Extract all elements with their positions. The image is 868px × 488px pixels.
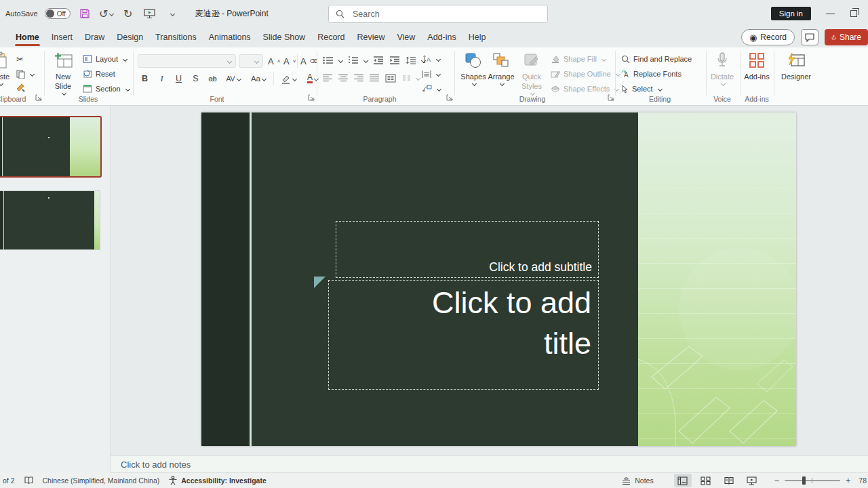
slide-show-view-button[interactable] (743, 474, 761, 487)
restore-button[interactable] (850, 10, 857, 17)
add-ins-button[interactable]: Add-ins (741, 50, 772, 82)
align-text-button[interactable] (422, 68, 440, 80)
arrange-button[interactable]: Arrange (486, 50, 517, 85)
zoom-slider[interactable] (785, 480, 840, 481)
increase-indent-button[interactable] (389, 54, 400, 66)
find-and-replace-button[interactable]: Find and Replace (621, 53, 692, 65)
accessibility-checker[interactable]: Accessibility: Investigate (168, 476, 266, 485)
chevron-down-icon (292, 76, 296, 81)
bullets-button[interactable] (323, 54, 342, 66)
subtitle-placeholder[interactable]: Click to add subtitle (336, 221, 599, 278)
slide-sorter-view-button[interactable] (697, 474, 715, 487)
italic-button[interactable]: I (155, 72, 168, 85)
font-dialog-launcher[interactable] (308, 94, 316, 102)
arrange-icon (492, 50, 510, 70)
columns-button[interactable] (402, 72, 420, 84)
decrease-indent-button[interactable] (373, 54, 384, 66)
quick-access-toolbar-chevron-icon[interactable] (164, 5, 179, 22)
comments-button[interactable] (801, 29, 818, 45)
search-input[interactable] (351, 9, 514, 20)
tab-home[interactable]: Home (9, 27, 45, 47)
clipboard-dialog-launcher[interactable] (35, 94, 43, 102)
format-painter-button[interactable] (16, 81, 26, 94)
slide[interactable]: Click to add subtitle Click to add title (201, 113, 796, 446)
normal-view-button[interactable] (674, 474, 692, 487)
tab-help[interactable]: Help (462, 27, 492, 47)
slide-number-indicator[interactable]: of 2 (3, 476, 15, 485)
shape-effects-button[interactable]: Shape Effects (551, 83, 618, 95)
text-direction-button[interactable]: A (422, 53, 440, 65)
shadow-button[interactable]: S (189, 72, 202, 85)
shape-fill-button[interactable]: Shape Fill (551, 53, 606, 65)
new-slide-button[interactable]: New Slide (47, 50, 79, 95)
reset-button[interactable]: Reset (83, 68, 115, 80)
font-name-combobox[interactable] (138, 54, 236, 68)
cut-button[interactable]: ✂ (16, 53, 24, 65)
convert-to-smartart-button[interactable] (422, 83, 441, 95)
clear-formatting-button[interactable]: A⌫ (300, 55, 317, 67)
section-button[interactable]: Section (83, 83, 130, 95)
paragraph-dialog-launcher[interactable] (446, 94, 454, 102)
align-center-button[interactable] (338, 75, 348, 82)
share-button[interactable]: Share (825, 29, 868, 45)
save-icon[interactable] (77, 5, 92, 22)
minimize-button[interactable]: — (826, 9, 835, 18)
character-spacing-button[interactable]: AV (223, 72, 243, 85)
strikethrough-button[interactable]: ab (206, 72, 219, 85)
slide-thumbnail-2[interactable] (0, 190, 100, 250)
slide-thumbnail-1[interactable] (0, 116, 102, 178)
tab-design[interactable]: Design (111, 27, 149, 47)
zoom-in-button[interactable]: + (846, 476, 850, 485)
zoom-level-value[interactable]: 78 (859, 476, 867, 485)
redo-icon[interactable]: ↻ (121, 5, 136, 22)
tab-view[interactable]: View (391, 27, 421, 47)
change-case-button[interactable]: Aa (248, 72, 269, 85)
undo-icon[interactable]: ↺ (99, 5, 114, 22)
chevron-down-icon (227, 58, 232, 63)
spell-check-button[interactable] (24, 476, 34, 485)
autosave-toggle[interactable]: Off (45, 8, 71, 19)
font-size-combobox[interactable] (239, 54, 263, 68)
notes-toggle-button[interactable]: Notes (621, 476, 653, 485)
replace-fonts-button[interactable]: A Replace Fonts (621, 68, 682, 80)
shape-outline-button[interactable]: Shape Outline (551, 68, 620, 80)
zoom-slider-thumb[interactable] (802, 476, 806, 485)
numbering-button[interactable] (348, 54, 368, 66)
add-remove-columns-button[interactable] (385, 74, 396, 83)
start-slideshow-icon[interactable] (142, 5, 157, 22)
search-bar[interactable] (328, 5, 548, 23)
increase-font-size-button[interactable]: A˄ (268, 55, 280, 67)
tab-record[interactable]: Record (311, 27, 351, 47)
quick-styles-button[interactable]: Quick Styles (517, 50, 547, 95)
designer-button[interactable]: Designer (777, 50, 815, 82)
underline-button[interactable]: U (172, 72, 185, 85)
tab-transitions[interactable]: Transitions (149, 27, 203, 47)
zoom-out-button[interactable]: − (774, 476, 780, 486)
decrease-font-size-button[interactable]: A˅ (283, 55, 296, 67)
text-highlight-button[interactable] (278, 72, 298, 85)
tab-slide-show[interactable]: Slide Show (257, 27, 312, 47)
shapes-button[interactable]: Shapes (458, 50, 488, 85)
copy-button[interactable] (16, 68, 34, 80)
notes-pane[interactable]: Click to add notes (111, 455, 868, 473)
language-indicator[interactable]: Chinese (Simplified, Mainland China) (43, 476, 160, 485)
tab-insert[interactable]: Insert (45, 27, 79, 47)
bold-button[interactable]: B (138, 72, 151, 85)
tab-animations[interactable]: Animations (203, 27, 257, 47)
sign-in-button[interactable]: Sign in (771, 7, 811, 20)
dictate-button[interactable]: Dictate (707, 50, 738, 85)
paste-button[interactable]: Paste (0, 50, 15, 85)
tab-draw[interactable]: Draw (79, 27, 111, 47)
align-left-button[interactable] (323, 75, 332, 82)
quick-styles-icon (523, 50, 540, 70)
title-placeholder[interactable]: Click to add title (328, 280, 599, 390)
align-right-button[interactable] (354, 75, 363, 82)
tab-review[interactable]: Review (351, 27, 391, 47)
select-button[interactable]: Select (621, 83, 662, 95)
justify-button[interactable] (370, 75, 379, 82)
font-color-button[interactable]: A (302, 72, 323, 85)
tab-add-ins[interactable]: Add-ins (421, 27, 462, 47)
record-button[interactable]: ◉ Record (741, 29, 795, 45)
layout-button[interactable]: Layout (83, 53, 127, 65)
reading-view-button[interactable] (720, 474, 738, 487)
